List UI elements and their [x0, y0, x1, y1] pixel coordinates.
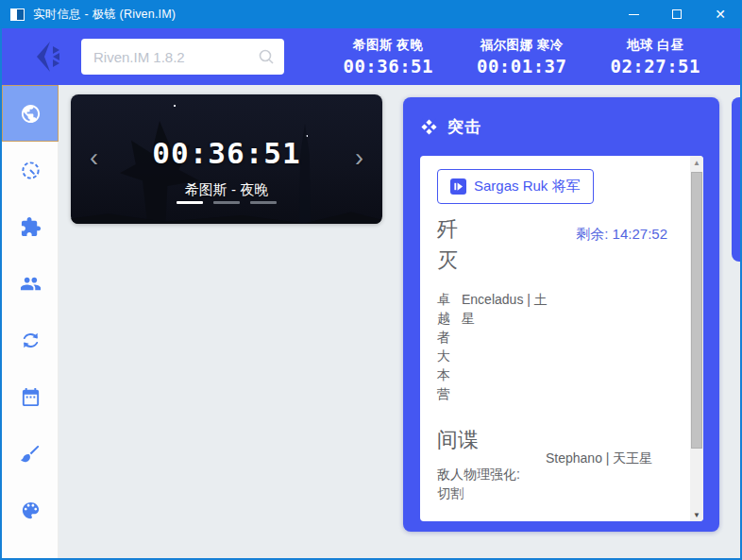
close-icon: ✕	[715, 8, 726, 21]
maximize-button[interactable]	[655, 0, 699, 28]
carousel-prev-icon[interactable]: ‹	[90, 145, 98, 171]
calendar-icon	[20, 386, 42, 408]
world-timers: 希图斯 夜晚 00:36:51 福尔图娜 寒冷 00:01:37 地球 白昼 0…	[343, 37, 700, 76]
close-button[interactable]: ✕	[699, 0, 742, 28]
app-icon	[10, 8, 25, 21]
riven-im-logo-icon	[34, 41, 68, 73]
mission-type: 歼灭	[437, 213, 462, 276]
carousel-indicator[interactable]	[213, 201, 240, 204]
sortie-panel: 突击 Sargas Ruk 将军 剩余: 14:27:52	[403, 97, 719, 532]
scroll-down-icon[interactable]: ▼	[690, 508, 703, 521]
palette-icon	[20, 500, 42, 521]
mission-node: Enceladus | 土星	[462, 290, 552, 328]
minimize-icon	[629, 14, 639, 15]
users-icon	[20, 273, 42, 295]
sidebar-item-clean[interactable]	[2, 425, 59, 482]
sortie-card: Sargas Ruk 将军 剩余: 14:27:52 歼灭 卓越者大本营 Enc…	[420, 156, 703, 521]
cycle-countdown: 00:36:51	[71, 136, 382, 170]
sidebar-item-timers[interactable]	[2, 142, 59, 198]
window-title: 实时信息 - 极镜 (Riven.IM)	[33, 7, 176, 23]
scroll-up-icon[interactable]: ▲	[690, 156, 703, 169]
sortie-scrollbar[interactable]: ▲ ▼	[690, 156, 703, 521]
timer-value: 00:01:37	[477, 56, 567, 76]
timer-cetus: 希图斯 夜晚 00:36:51	[343, 37, 433, 76]
sortie-card-content: Sargas Ruk 将军 剩余: 14:27:52 歼灭 卓越者大本营 Enc…	[420, 156, 690, 521]
search-box	[81, 39, 284, 75]
world-carousel[interactable]: 00:36:51 希图斯 - 夜晚 ‹ ›	[71, 94, 382, 224]
globe-icon	[20, 103, 42, 125]
minimize-button[interactable]	[612, 0, 655, 28]
sidebar-item-world[interactable]	[2, 85, 59, 142]
carousel-indicator[interactable]	[177, 201, 203, 204]
main-content: 00:36:51 希图斯 - 夜晚 ‹ › 突击	[59, 85, 740, 558]
timer-earth: 地球 白昼 02:27:51	[610, 37, 700, 76]
timer-label: 地球 白昼	[610, 37, 700, 54]
mission-node: Stephano | 天王星	[546, 449, 687, 467]
sortie-header: 突击	[403, 97, 719, 156]
brush-icon	[20, 443, 42, 465]
cycle-caption: 希图斯 - 夜晚	[71, 181, 382, 199]
sidebar-item-players[interactable]	[2, 255, 59, 312]
timer-label: 福尔图娜 寒冷	[477, 37, 567, 54]
enter-arrow-icon	[450, 178, 466, 195]
sidebar-item-sync[interactable]	[2, 312, 59, 368]
scrollbar-thumb[interactable]	[691, 172, 702, 449]
search-input[interactable]	[81, 39, 284, 75]
carousel-indicators	[71, 201, 382, 204]
sidebar-item-calendar[interactable]	[2, 368, 59, 425]
carousel-indicator[interactable]	[250, 201, 277, 204]
sortie-remaining-time: 剩余: 14:27:52	[576, 226, 667, 244]
next-panel-peek	[732, 97, 740, 262]
maximize-icon	[672, 9, 682, 19]
timer-label: 希图斯 夜晚	[343, 37, 433, 54]
mission-modifier: 卓越者大本营	[437, 290, 462, 403]
sortie-title: 突击	[447, 116, 481, 138]
carousel-next-icon[interactable]: ›	[355, 145, 363, 171]
window-controls: ✕	[612, 0, 742, 28]
sortie-boss-name: Sargas Ruk 将军	[474, 178, 581, 195]
sidebar-item-mods[interactable]	[2, 198, 59, 255]
sync-icon	[20, 330, 42, 351]
timer-icon	[20, 160, 42, 181]
titlebar: 实时信息 - 极镜 (Riven.IM) ✕	[0, 0, 742, 28]
sidebar-item-theme[interactable]	[2, 482, 59, 538]
timer-fortuna: 福尔图娜 寒冷 00:01:37	[477, 37, 567, 76]
puzzle-icon	[20, 216, 42, 238]
app-window: 实时信息 - 极镜 (Riven.IM) ✕ 希图斯 夜晚 00:36:51	[0, 0, 742, 560]
sidebar	[2, 85, 59, 558]
app-header: 希图斯 夜晚 00:36:51 福尔图娜 寒冷 00:01:37 地球 白昼 0…	[0, 28, 742, 85]
sortie-diamond-icon	[419, 117, 439, 137]
mission-modifier: 敌人物理强化: 切割	[437, 465, 535, 502]
timer-value: 00:36:51	[343, 56, 433, 76]
sortie-boss-button[interactable]: Sargas Ruk 将军	[437, 169, 594, 204]
search-icon	[258, 48, 275, 65]
timer-value: 02:27:51	[610, 56, 700, 76]
window-border	[0, 28, 2, 560]
